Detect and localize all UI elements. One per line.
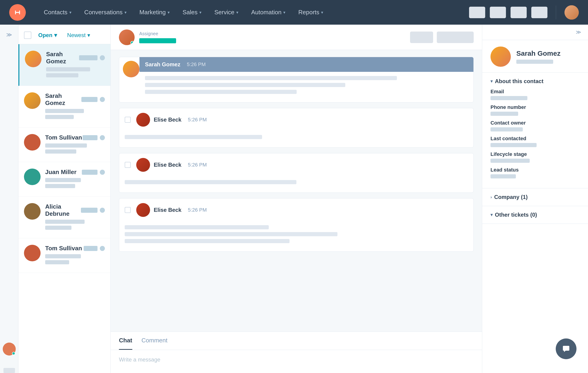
field-contact-owner-value xyxy=(491,127,523,131)
reports-chevron-icon: ▾ xyxy=(321,10,323,15)
nav-item-conversations[interactable]: Conversations ▾ xyxy=(78,0,133,25)
msg-sender-0: Sarah Gomez xyxy=(145,61,180,68)
msg-line-0b xyxy=(145,83,345,87)
msg-checkbox-2[interactable] xyxy=(125,162,131,168)
msg-checkbox-3[interactable] xyxy=(125,207,131,213)
conv-avatar-1 xyxy=(24,92,41,109)
conv-name-1: Sarah Gomez xyxy=(45,92,81,107)
nav-action-btn-3[interactable] xyxy=(511,7,527,18)
msg-header-2: Elise Beck 5:26 PM xyxy=(119,153,473,176)
chat-header-left: Assignee xyxy=(119,30,176,45)
msg-line-0a xyxy=(145,76,397,80)
conv-content-2: Tom Sullivan xyxy=(45,134,105,155)
conv-avatar-0 xyxy=(25,51,42,67)
conv-content-0: Sarah Gomez xyxy=(46,51,105,79)
field-lead-status-value xyxy=(491,174,516,178)
nav-item-automation[interactable]: Automation ▾ xyxy=(245,0,292,25)
user-avatar[interactable] xyxy=(565,5,579,20)
msg-header-3: Elise Beck 5:26 PM xyxy=(119,199,473,221)
marketing-chevron-icon: ▾ xyxy=(168,10,170,15)
about-chevron-icon: ▾ xyxy=(491,79,493,84)
contact-avatar xyxy=(491,47,511,67)
field-email-value xyxy=(491,96,527,100)
conv-name-3: Juan Miller xyxy=(45,169,76,176)
current-user-avatar[interactable] xyxy=(3,343,16,355)
nav-item-sales[interactable]: Sales ▾ xyxy=(176,0,208,25)
nav-item-marketing[interactable]: Marketing ▾ xyxy=(133,0,176,25)
nav-action-btn-4[interactable] xyxy=(531,7,547,18)
about-contact-title[interactable]: ▾ About this contact xyxy=(491,78,580,84)
conv-item-3[interactable]: Juan Miller xyxy=(19,162,110,197)
conv-item-4[interactable]: Alicia Debrune xyxy=(19,197,110,238)
filter-open-button[interactable]: Open ▾ xyxy=(35,30,60,40)
msg-sender-2: Elise Beck xyxy=(154,162,181,168)
chat-input-placeholder: Write a message xyxy=(119,356,160,363)
select-all-checkbox[interactable] xyxy=(24,31,31,39)
msg-checkbox-1[interactable] xyxy=(125,117,131,123)
expand-panel-icon[interactable]: ≫ xyxy=(576,29,581,35)
field-lifecycle-stage: Lifecycle stage xyxy=(491,151,580,163)
field-last-contacted: Last contacted xyxy=(491,136,580,147)
msg-body-1 xyxy=(119,131,473,147)
chat-bubble-fab[interactable] xyxy=(556,338,577,359)
field-contact-owner: Contact owner xyxy=(491,120,580,131)
conv-name-2: Tom Sullivan xyxy=(45,134,82,141)
assignee-avatar xyxy=(119,30,135,45)
nav-item-reports[interactable]: Reports ▾ xyxy=(292,0,330,25)
chat-header: Assignee xyxy=(111,25,482,50)
tab-comment[interactable]: Comment xyxy=(142,332,168,350)
top-nav: Contacts ▾ Conversations ▾ Marketing ▾ S… xyxy=(0,0,588,25)
chat-action-btn-2[interactable] xyxy=(437,31,474,43)
nav-action-btn-1[interactable] xyxy=(469,7,485,18)
conv-preview-4b xyxy=(45,226,72,230)
chat-area: Assignee Sarah Gomez 5:26 PM xyxy=(111,25,482,373)
online-status-dot xyxy=(12,352,15,355)
collapse-sidebar-icon[interactable]: ≫ xyxy=(6,31,12,38)
sort-newest-button[interactable]: Newest ▾ xyxy=(64,30,93,40)
msg-time-3: 5:26 PM xyxy=(188,207,207,213)
conv-name-4: Alicia Debrune xyxy=(45,203,81,217)
conv-preview-1 xyxy=(45,109,84,113)
chat-action-btn-1[interactable] xyxy=(410,31,433,43)
conversation-list: Open ▾ Newest ▾ Sarah Gomez xyxy=(19,25,111,373)
nav-right xyxy=(469,5,579,20)
conv-item-5[interactable]: Tom Sullivan xyxy=(19,238,110,273)
msg-body-2 xyxy=(119,176,473,192)
msg-time-2: 5:26 PM xyxy=(188,162,207,168)
other-tickets-section[interactable]: ▾ Other tickets (0) xyxy=(482,206,588,224)
conv-preview-3b xyxy=(45,184,75,188)
field-lifecycle-value xyxy=(491,159,530,163)
field-lead-status-label: Lead status xyxy=(491,167,580,173)
nav-items: Contacts ▾ Conversations ▾ Marketing ▾ S… xyxy=(37,0,469,25)
conv-avatar-5 xyxy=(24,245,41,261)
conv-content-4: Alicia Debrune xyxy=(45,203,105,232)
msg-sender-3: Elise Beck xyxy=(154,207,181,213)
conv-item-1[interactable]: Sarah Gomez xyxy=(19,86,110,128)
company-section[interactable]: › Company (1) xyxy=(482,188,588,206)
tab-chat[interactable]: Chat xyxy=(119,332,132,350)
assignee-info: Assignee xyxy=(139,31,176,43)
hubspot-logo[interactable] xyxy=(9,4,26,21)
conv-item-0[interactable]: Sarah Gomez xyxy=(19,44,110,86)
conv-content-1: Sarah Gomez xyxy=(45,92,105,121)
conv-preview-4 xyxy=(45,220,84,224)
other-tickets-chevron-icon: ▾ xyxy=(491,212,493,217)
nav-item-service[interactable]: Service ▾ xyxy=(208,0,245,25)
nav-item-contacts[interactable]: Contacts ▾ xyxy=(37,0,78,25)
message-2: Elise Beck 5:26 PM xyxy=(119,153,474,193)
conv-preview-2 xyxy=(45,143,87,148)
field-phone-value xyxy=(491,112,518,116)
msg-line-3a xyxy=(125,225,269,229)
msg-line-3b xyxy=(125,232,337,236)
chat-input-box[interactable]: Write a message xyxy=(111,350,482,373)
nav-action-btn-2[interactable] xyxy=(490,7,506,18)
chat-header-right xyxy=(410,31,474,43)
bottom-nav-icon[interactable] xyxy=(3,368,15,373)
conv-time-3 xyxy=(82,170,97,175)
other-tickets-title: ▾ Other tickets (0) xyxy=(491,212,580,218)
conv-item-2[interactable]: Tom Sullivan xyxy=(19,128,110,162)
msg-header-0: Sarah Gomez 5:26 PM xyxy=(139,57,473,72)
conv-time-0 xyxy=(79,55,97,60)
contacts-chevron-icon: ▾ xyxy=(69,10,72,15)
conv-preview-5b xyxy=(45,260,69,264)
